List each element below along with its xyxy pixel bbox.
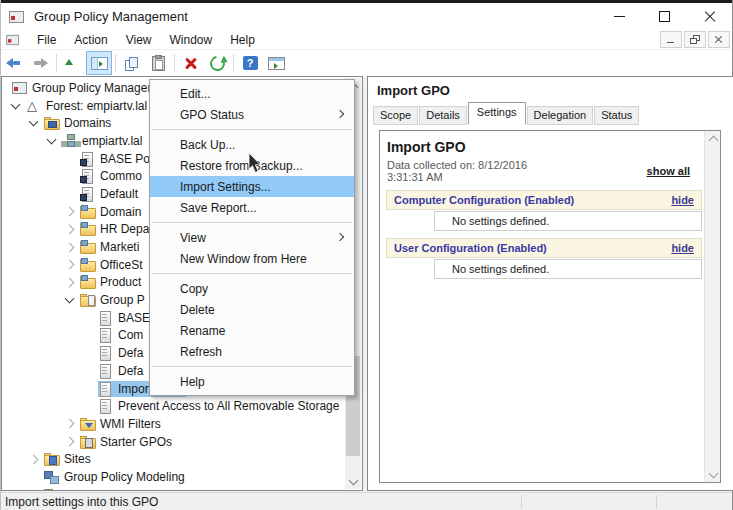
forward-button[interactable] [27,51,53,75]
tree-item-label: Product [97,275,141,289]
scroll-down-icon[interactable] [345,474,361,489]
menu-item-delete[interactable]: Delete [150,299,354,320]
tree-chevron[interactable] [64,279,80,286]
toolbar-separator [174,54,175,72]
paste-button[interactable] [145,51,171,75]
gpo-icon [98,328,115,342]
menu-file[interactable]: File [28,32,65,48]
gpo-icon [98,364,115,378]
tab-settings[interactable]: Settings [468,102,526,125]
tree-chevron[interactable] [46,139,62,143]
tree-chevron[interactable] [64,438,80,445]
tree-item-label: empiartv.lal [79,134,142,148]
show-all-link[interactable]: show all [647,165,690,177]
refresh-button[interactable] [204,51,230,75]
up-one-level-button[interactable] [60,51,86,75]
gpo-icon [98,346,115,360]
menu-item-gpo-status[interactable]: GPO Status [150,104,354,125]
mdi-restore-button[interactable] [684,31,706,48]
menu-item-edit[interactable]: Edit... [150,83,354,104]
menu-item-help[interactable]: Help [150,371,354,392]
ou-icon [80,205,97,219]
tab-delegation[interactable]: Delegation [527,106,594,125]
main-area: Group Policy ManagerForest: empiartv.lal… [1,76,732,492]
menu-item-import-settings[interactable]: Import Settings... [150,176,354,197]
results-icon [44,488,61,491]
tree-chevron[interactable] [28,456,44,463]
status-text: Import settings into this GPO [5,495,158,509]
tree-chevron[interactable] [64,244,80,251]
menu-view[interactable]: View [117,32,161,48]
tree-chevron[interactable] [28,121,44,125]
tab-scope[interactable]: Scope [373,106,418,125]
app-icon [9,10,26,24]
close-button[interactable] [687,3,732,30]
report-scrollbar[interactable] [704,131,720,482]
tree-chevron[interactable] [64,298,80,302]
tree-item-sites[interactable]: Sites [2,450,362,468]
menu-item-view[interactable]: View [150,227,354,248]
tree-item-label: BASE Po [97,152,150,166]
copy-button[interactable] [119,51,145,75]
tree-chevron[interactable] [64,420,80,427]
tree-item-label: Default [97,187,138,201]
tree-item-label: Com [115,328,143,342]
tree-chevron[interactable] [64,208,80,215]
tree-item-group-policy-results[interactable]: Group Policy Results [2,486,362,491]
delete-button[interactable] [178,51,204,75]
tree-item-prevent-access-to-all-removable-storage[interactable]: Prevent Access to All Removable Storage [2,397,362,415]
chevron-right-icon [65,207,75,217]
menu-action[interactable]: Action [65,32,116,48]
gpmc-window: Group Policy Management FileActionViewWi… [0,0,733,510]
titlebar[interactable]: Group Policy Management [1,3,732,30]
tree-item-group-policy-modeling[interactable]: Group Policy Modeling [2,468,362,486]
new-window-button[interactable] [263,51,289,75]
show-hide-console-tree-button[interactable] [86,51,112,75]
tree-chevron[interactable] [64,226,80,233]
menu-items: FileActionViewWindowHelp [28,32,264,48]
menu-item-new-window-from-here[interactable]: New Window from Here [150,248,354,269]
toolbar-separator [233,54,234,72]
minimize-button[interactable] [597,3,642,30]
toolbar-separator [56,54,57,72]
tree-chevron[interactable] [64,261,80,268]
report-scroll-down-icon[interactable] [705,467,721,482]
section-body-text: No settings defined. [452,263,549,275]
paste-icon [152,56,165,71]
hide-link[interactable]: hide [671,242,694,254]
gpolink-icon [80,187,97,201]
tree-item-label: Starter GPOs [97,435,172,449]
tree-item-label: Group Policy Results [61,488,176,491]
mdi-minimize-button[interactable] [660,31,682,48]
help-icon [243,56,258,70]
context-menu: Edit...GPO StatusBack Up...Restore from … [149,79,355,396]
chevron-down-icon [11,99,21,109]
console-icon [12,81,29,95]
menu-item-refresh[interactable]: Refresh [150,341,354,362]
menu-help[interactable]: Help [221,32,264,48]
menu-item-copy[interactable]: Copy [150,278,354,299]
tree-chevron[interactable] [10,104,26,108]
section-header-user-configuration-enabled[interactable]: User Configuration (Enabled)hide [386,238,702,258]
mdi-close-button[interactable] [708,31,730,48]
menu-item-back-up[interactable]: Back Up... [150,134,354,155]
menu-item-save-report[interactable]: Save Report... [150,197,354,218]
help-button[interactable] [237,51,263,75]
tree-item-wmi-filters[interactable]: WMI Filters [2,415,362,433]
gpo-icon [98,382,115,396]
forward-icon [32,57,48,69]
mdi-window-controls [658,31,730,48]
mouse-cursor [248,153,264,175]
back-button[interactable] [1,51,27,75]
menu-item-rename[interactable]: Rename [150,320,354,341]
hide-link[interactable]: hide [671,194,694,206]
tab-details[interactable]: Details [419,106,467,125]
report-scroll-up-icon[interactable] [705,131,721,146]
maximize-button[interactable] [642,3,687,30]
section-header-computer-configuration-enabled[interactable]: Computer Configuration (Enabled)hide [386,190,702,210]
statusbar: Import settings into this GPO [1,492,732,510]
tree-item-starter-gpos[interactable]: Starter GPOs [2,433,362,451]
menu-separator [152,222,352,223]
menu-window[interactable]: Window [161,32,222,48]
tab-status[interactable]: Status [594,106,639,125]
